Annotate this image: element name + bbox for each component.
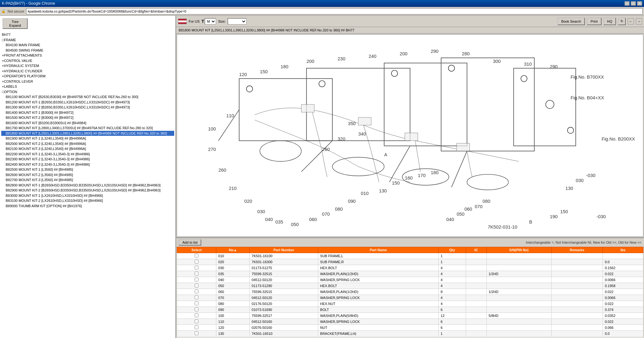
- tree-item-frame[interactable]: □FRAME: [1, 37, 174, 43]
- row-part-name: WASHER,PLAIN(1/2HD): [318, 271, 439, 277]
- tree-item-hydraulic[interactable]: +HYDRAULIC SYSTEM: [1, 63, 174, 69]
- row-sn: [486, 277, 551, 283]
- next-button[interactable]: →: [636, 18, 642, 25]
- row-checkbox[interactable]: [195, 272, 198, 275]
- svg-text:-030: -030: [597, 214, 606, 219]
- row-checkbox[interactable]: [195, 260, 198, 263]
- tree-item-b82700[interactable]: B82700 MOUNT KIT-3 [L3560] ## [BH4985]: [1, 177, 174, 183]
- row-checkbox[interactable]: [195, 325, 198, 329]
- row-checkbox[interactable]: [195, 308, 198, 311]
- tree-item-front[interactable]: +FRONT ATTACHMENTS: [1, 53, 174, 58]
- tree-expand-button[interactable]: Tree Expand: [3, 18, 28, 29]
- tree-item-b82600[interactable]: B82600 MOUNT KIT-2 [L3560] ## [BH4985]: [1, 172, 174, 178]
- font-size-select[interactable]: M L S: [205, 18, 216, 25]
- svg-text:100: 100: [208, 126, 216, 131]
- address-bar: 🔒 Not secure: [0, 7, 644, 16]
- row-checkbox[interactable]: [195, 313, 198, 317]
- tree-item-b89000[interactable]: B89000 THUMB ARM KIT [OPTION] ## [BH1976…: [1, 203, 174, 209]
- window-controls: ─ □ ✕: [625, 1, 642, 6]
- row-checkbox-cell[interactable]: [177, 307, 216, 313]
- tree-item-b82900[interactable]: B82900 MOUNT KIT-2 [B2650HSD,B3350HSD,B3…: [1, 188, 174, 193]
- tree-item-operator[interactable]: +OPERATOR'S PLATFORM: [1, 74, 174, 79]
- tree-item-b81700[interactable]: B81700 MOUNT KIT [L2800,L3400,L3700SU] #…: [1, 125, 174, 131]
- prev-button[interactable]: ←: [628, 18, 634, 25]
- row-part-number: 7K501-16510: [250, 331, 318, 337]
- row-checkbox-cell[interactable]: [177, 277, 216, 283]
- row-part-name: WASHER,SPRING LOCK: [318, 277, 439, 283]
- size-select[interactable]: [228, 18, 247, 25]
- row-checkbox-cell[interactable]: [177, 283, 216, 289]
- tree-item-b04500[interactable]: B04500 SWING FRAME: [1, 48, 174, 53]
- tree-item-b82800[interactable]: B82800 MOUNT KIT-1 [B2650HSD,B3350HSD,B3…: [1, 183, 174, 188]
- row-checkbox-cell[interactable]: [177, 325, 216, 331]
- svg-text:B: B: [529, 219, 532, 224]
- row-checkbox-cell[interactable]: [177, 259, 216, 265]
- address-input[interactable]: [26, 8, 643, 14]
- row-checkbox-cell[interactable]: [177, 319, 216, 325]
- tree-item-hyd_cyl[interactable]: +HYDRAULIC CYLINDER: [1, 69, 174, 74]
- row-checkbox[interactable]: [195, 319, 198, 323]
- tree-item-labels[interactable]: +LABELS: [1, 84, 174, 89]
- row-checkbox-cell[interactable]: [177, 313, 216, 319]
- row-ic: [466, 283, 486, 289]
- tree-item-b81800[interactable]: B81800 MOUNT KIT [L2501,L3301,L3901,L320…: [1, 131, 174, 136]
- svg-text:080: 080: [483, 199, 491, 204]
- tree-item-option[interactable]: □OPTION: [1, 89, 174, 95]
- tree-item-b83000[interactable]: B83000 MOUNT KIT-1 [LX2610HSD,LX3310HSD]…: [1, 193, 174, 198]
- tree-item-bh77[interactable]: BH77: [1, 32, 174, 37]
- tree-item-b81600[interactable]: B81600 MOUNT KIT [B3200,B3300SU] ## [BH4…: [1, 120, 174, 126]
- tree-item-b82000[interactable]: B82000 MOUNT KIT-2 [L3240,L3540] ## [BH4…: [1, 141, 174, 147]
- tree-item-b82200[interactable]: B82200 MOUNT KIT-1 [L3240-3,L3540-3] ## …: [1, 152, 174, 157]
- row-remarks: [551, 283, 603, 289]
- row-part-name: NUT: [318, 325, 439, 331]
- refresh-button[interactable]: ↻: [618, 18, 626, 25]
- row-checkbox-cell[interactable]: [177, 331, 216, 337]
- row-no: 130: [216, 331, 250, 337]
- row-checkbox[interactable]: [195, 331, 198, 335]
- row-checkbox-cell[interactable]: [177, 289, 216, 295]
- tree-item-b81500[interactable]: B81500 MOUNT KIT-2 [B3000] ## [BH4972]: [1, 115, 174, 120]
- tree-item-b82500[interactable]: B82500 MOUNT KIT-1 [L3560] ## [BH4985]: [1, 167, 174, 172]
- tree-item-control[interactable]: +CONTROL VALVE: [1, 58, 174, 64]
- col-no[interactable]: No▲: [216, 247, 250, 253]
- row-checkbox[interactable]: [195, 290, 198, 293]
- hq-button[interactable]: HQ: [603, 18, 616, 25]
- row-checkbox-cell[interactable]: [177, 295, 216, 301]
- tree-item-b83100[interactable]: B83100 MOUNT KIT-2 [LX2610HSD,LX3310HSD]…: [1, 198, 174, 203]
- tree-item-b81400[interactable]: B81400 MOUNT KIT-1 [B3000] ## [BH4972]: [1, 110, 174, 115]
- print-button[interactable]: Print: [587, 18, 602, 25]
- row-checkbox[interactable]: [195, 284, 198, 287]
- tree-item-control_lev[interactable]: +CONTROL LEVER: [1, 79, 174, 84]
- add-to-list-button[interactable]: Add to list: [179, 239, 201, 246]
- tree-item-b82400[interactable]: B82400 MOUNT KIT-3 [L3240-3,L3540-3] ## …: [1, 162, 174, 167]
- tree-item-b81200[interactable]: B81200 MOUNT KIT-1 [B2650,B3350,LX2610HS…: [1, 100, 174, 105]
- row-qty: 4: [439, 283, 466, 289]
- row-checkbox[interactable]: [195, 254, 198, 258]
- row-checkbox-cell[interactable]: [177, 253, 216, 259]
- book-search-button[interactable]: Book Search: [558, 18, 585, 25]
- row-part-name: SUB FRAME,R: [318, 259, 439, 265]
- row-checkbox-cell[interactable]: [177, 301, 216, 307]
- tree-item-b82100[interactable]: B82100 MOUNT KIT-3 [L3240,L3540] ## [BH4…: [1, 146, 174, 152]
- tree-item-b82300[interactable]: B82300 MOUNT KIT-2 [L3240-3,L3540-3] ## …: [1, 157, 174, 162]
- row-checkbox[interactable]: [195, 296, 198, 299]
- row-checkbox[interactable]: [195, 302, 198, 305]
- svg-text:260: 260: [322, 147, 330, 152]
- row-checkbox[interactable]: [195, 278, 198, 281]
- tree-item-b81900[interactable]: B81900 MOUNT KIT-1 [L3240,L3540] ## [BH4…: [1, 136, 174, 141]
- row-qty: 4: [439, 271, 466, 277]
- tree-item-b04100[interactable]: B04100 MAIN FRAME: [1, 42, 174, 48]
- row-checkbox[interactable]: [195, 266, 198, 269]
- tree-item-b81300[interactable]: B81300 MOUNT KIT-2 [B2650,B3350,LX2610HS…: [1, 105, 174, 110]
- row-checkbox-cell[interactable]: [177, 271, 216, 277]
- row-sn: [486, 283, 551, 289]
- col-remarks: Remarks: [551, 247, 603, 253]
- parts-table-container[interactable]: Select No▲ Part Number Part Name Qty IC …: [177, 247, 643, 337]
- minimize-button[interactable]: ─: [625, 1, 630, 6]
- tree-container[interactable]: BH77□FRAMEB04100 MAIN FRAMEB04500 SWING …: [0, 31, 175, 338]
- row-checkbox-cell[interactable]: [177, 265, 216, 271]
- row-lbs: 0.0: [603, 331, 643, 337]
- tree-item-b81100[interactable]: B81100 MOUNT KIT [B2630,B3030] ## [BH497…: [1, 94, 174, 100]
- close-button[interactable]: ✕: [637, 1, 642, 6]
- maximize-button[interactable]: □: [631, 1, 636, 6]
